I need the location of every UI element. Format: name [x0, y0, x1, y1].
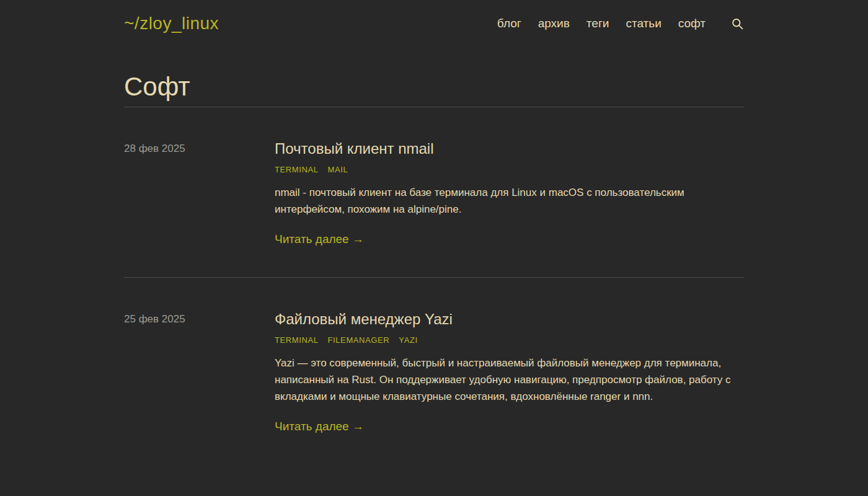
tag-mail[interactable]: MAIL: [328, 165, 348, 174]
post-tags: TERMINAL FILEMANAGER YAZI: [275, 335, 744, 345]
post-entry-nmail: 28 фев 2025 Почтовый клиент nmail TERMIN…: [124, 107, 744, 278]
post-body: Файловый менеджер Yazi TERMINAL FILEMANA…: [275, 310, 744, 433]
main-nav: блог архив теги статьи софт: [497, 17, 744, 30]
tag-filemanager[interactable]: FILEMANAGER: [328, 335, 390, 345]
page-title: Софт: [124, 72, 744, 102]
search-button[interactable]: [731, 17, 744, 30]
nav-item-articles[interactable]: статьи: [626, 17, 661, 30]
tag-yazi[interactable]: YAZI: [399, 335, 417, 345]
nav-item-tags[interactable]: теги: [587, 17, 609, 30]
post-title-link[interactable]: Почтовый клиент nmail: [275, 140, 744, 157]
read-more-link[interactable]: Читать далее →: [275, 232, 364, 246]
tag-terminal[interactable]: TERMINAL: [275, 165, 319, 174]
nav-item-archive[interactable]: архив: [538, 17, 570, 30]
nav-item-soft[interactable]: софт: [678, 17, 706, 30]
nav-item-blog[interactable]: блог: [497, 17, 521, 30]
post-entry-yazi: 25 фев 2025 Файловый менеджер Yazi TERMI…: [124, 278, 744, 464]
post-date: 25 фев 2025: [124, 310, 275, 433]
post-date: 28 фев 2025: [124, 140, 275, 246]
post-tags: TERMINAL MAIL: [275, 165, 744, 174]
tag-terminal[interactable]: TERMINAL: [275, 335, 319, 345]
site-logo[interactable]: ~/zloy_linux: [124, 14, 219, 33]
main-content: Софт 28 фев 2025 Почтовый клиент nmail T…: [124, 72, 744, 464]
post-title-link[interactable]: Файловый менеджер Yazi: [275, 310, 744, 328]
post-excerpt: Yazi — это современный, быстрый и настра…: [275, 355, 733, 405]
post-excerpt: nmail - почтовый клиент на базе терминал…: [275, 184, 733, 218]
search-icon: [731, 17, 744, 30]
site-header: ~/zloy_linux блог архив теги статьи софт: [0, 0, 868, 33]
read-more-link[interactable]: Читать далее →: [275, 420, 364, 433]
post-body: Почтовый клиент nmail TERMINAL MAIL nmai…: [275, 140, 744, 246]
